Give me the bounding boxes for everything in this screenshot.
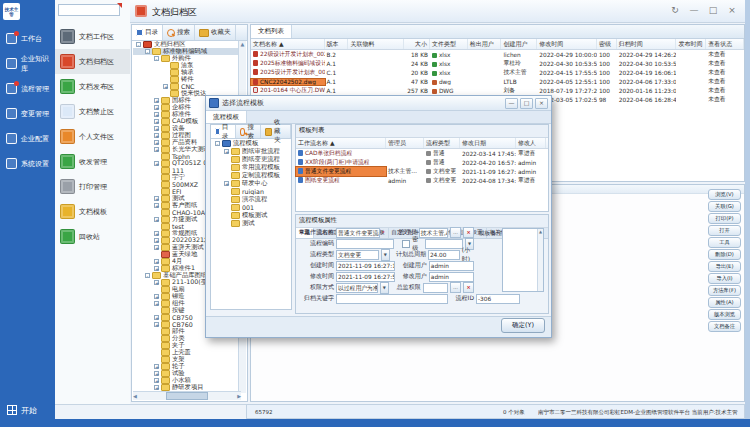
action-button-8[interactable]: 导入(I) bbox=[708, 273, 741, 284]
tree-node[interactable]: 夹子 bbox=[133, 342, 241, 349]
column-header-co[interactable]: 检出用户 bbox=[468, 39, 502, 49]
sidebar-item-5[interactable]: 企业配置 bbox=[0, 126, 55, 151]
flow-type-select[interactable]: 文档变更 bbox=[336, 250, 379, 260]
column-header-material[interactable]: 关联物料 bbox=[348, 39, 404, 49]
column-header-at[interactable]: 归档时间 bbox=[617, 39, 677, 49]
expand-icon[interactable]: + bbox=[154, 161, 159, 166]
column-header-pt[interactable]: 发布时间 bbox=[676, 39, 706, 49]
admin-field[interactable]: 技术主管,admin bbox=[419, 228, 448, 238]
tree-node[interactable]: 图纸变更流程 bbox=[212, 155, 290, 163]
close-icon[interactable]: × bbox=[727, 5, 737, 15]
maximize-icon[interactable]: □ bbox=[708, 5, 718, 15]
expand-icon[interactable]: + bbox=[154, 259, 159, 264]
flow-type-dropdown-icon[interactable]: ▼ bbox=[381, 249, 390, 261]
expand-icon[interactable]: + bbox=[154, 245, 159, 250]
collapse-icon[interactable]: - bbox=[215, 141, 220, 146]
expand-icon[interactable]: + bbox=[154, 133, 159, 138]
director-perm-clear-button[interactable]: × bbox=[463, 282, 474, 293]
sidebar-item-1[interactable]: 工作台 bbox=[0, 26, 55, 51]
modify-user-field[interactable]: admin bbox=[429, 272, 474, 282]
tree-node[interactable]: +轮子 bbox=[133, 363, 241, 370]
search-tab[interactable]: 搜索 bbox=[163, 25, 195, 40]
tree-node[interactable]: 模板测试 bbox=[212, 211, 290, 219]
tree-node[interactable]: 支架 bbox=[133, 356, 241, 363]
tree-node[interactable]: +试验 bbox=[133, 370, 241, 377]
expand-icon[interactable]: + bbox=[154, 238, 159, 243]
tab-process-template[interactable]: 流程模板 bbox=[206, 111, 247, 123]
sidebar-item-3[interactable]: 流程管理 bbox=[0, 76, 55, 101]
dialog-minimize-icon[interactable]: — bbox=[505, 98, 518, 109]
director-perm-browse-button[interactable]: … bbox=[450, 282, 461, 293]
flow-code-field[interactable] bbox=[336, 239, 394, 249]
expand-icon[interactable]: + bbox=[154, 147, 159, 152]
tree-node[interactable]: 定制流程模板 bbox=[212, 171, 290, 179]
expand-icon[interactable]: + bbox=[154, 266, 159, 271]
expand-icon[interactable]: + bbox=[163, 84, 168, 89]
table-row[interactable]: 201-0164 中心压刀.DWGA.1257 KBDWG刘备2018-07-1… bbox=[251, 86, 744, 95]
expand-icon[interactable]: + bbox=[154, 126, 159, 131]
nav-item-8[interactable]: 文档模板 bbox=[55, 199, 130, 224]
expand-icon[interactable]: + bbox=[154, 315, 159, 320]
nav-item-7[interactable]: 打印管理 bbox=[55, 174, 130, 199]
column-header-size[interactable]: 大小 bbox=[404, 39, 430, 49]
expand-icon[interactable]: + bbox=[154, 301, 159, 306]
action-button-5[interactable]: 工具 bbox=[708, 237, 741, 248]
tree-node[interactable]: 演示流程 bbox=[212, 195, 290, 203]
action-button-6[interactable]: 删除(D) bbox=[708, 249, 741, 260]
catalog-tab[interactable]: 目录 bbox=[132, 25, 163, 40]
ok-button[interactable]: 确定(Y) bbox=[501, 318, 545, 333]
action-button-4[interactable]: 打开 bbox=[708, 225, 741, 236]
expand-icon[interactable]: + bbox=[154, 322, 159, 327]
column-header-type[interactable]: 流程类型 bbox=[424, 138, 460, 148]
admin-browse-button[interactable]: … bbox=[450, 227, 461, 238]
expand-icon[interactable]: + bbox=[154, 112, 159, 117]
column-header-name[interactable]: 文档名称 ▲ bbox=[251, 39, 325, 49]
workflow-name-field[interactable]: 普通文件变更流程 bbox=[336, 228, 380, 238]
table-row[interactable]: 22级设计开发计划表_002.xlsxB.218 KBxlsxlichen202… bbox=[251, 50, 744, 59]
expand-icon[interactable]: + bbox=[224, 149, 229, 154]
action-button-2[interactable]: 关联(G) bbox=[708, 201, 741, 212]
table-row[interactable]: XX阶段(两门柜)申请流程普通2022-04-20 16:57:31admin bbox=[296, 158, 548, 167]
column-header-name[interactable]: 工作流名称 ▲ bbox=[296, 138, 386, 148]
start-button[interactable]: 开始 bbox=[0, 401, 62, 419]
modify-time-field[interactable]: 2021-11-09 16:27:57 bbox=[336, 272, 395, 282]
nav-search-input[interactable] bbox=[58, 4, 120, 16]
tree-node[interactable]: 测试 bbox=[212, 219, 290, 227]
action-button-7[interactable]: 导出(E) bbox=[708, 261, 741, 272]
perm-mode-dropdown-icon[interactable]: ▼ bbox=[380, 282, 389, 294]
dialog-maximize-icon[interactable]: □ bbox=[520, 98, 533, 109]
minimize-icon[interactable]: — bbox=[689, 5, 699, 15]
collapse-icon[interactable]: - bbox=[145, 273, 150, 278]
tab-document-list[interactable]: 文档列表 bbox=[251, 25, 292, 38]
collapse-icon[interactable]: - bbox=[154, 56, 159, 61]
table-row[interactable]: 2025设计开发计划表_000001...C.120 KBxlsx技术主管202… bbox=[251, 68, 744, 77]
sidebar-item-2[interactable]: 企业知识库 bbox=[0, 51, 55, 76]
expand-icon[interactable]: + bbox=[154, 231, 159, 236]
action-button-9[interactable]: 方法库(F) bbox=[708, 285, 741, 296]
expand-icon[interactable]: + bbox=[154, 196, 159, 201]
expand-icon[interactable]: + bbox=[224, 181, 229, 186]
tree-node[interactable]: 上壳盖 bbox=[133, 349, 241, 356]
nav-item-6[interactable]: 收发管理 bbox=[55, 149, 130, 174]
plan-period-field[interactable]: 24.00 bbox=[428, 250, 460, 260]
table-row[interactable]: CNC22042502.dwgA.147 KBdwgLTLB2022-04-05… bbox=[251, 77, 744, 86]
nav-item-4[interactable]: 文档禁止区 bbox=[55, 99, 130, 124]
favorites-tab[interactable]: 收藏夹 bbox=[195, 25, 236, 40]
dialog-titlebar[interactable]: 选择流程模板 —□× bbox=[206, 96, 551, 111]
action-button-10[interactable]: 属性(A) bbox=[708, 297, 741, 308]
action-button-1[interactable]: 浏览(V) bbox=[708, 189, 741, 200]
table-row[interactable]: 2025标准物料编码域设计开...A.124 KBxlsx覃桂玲2022-04-… bbox=[251, 59, 744, 68]
tree-horizontal-scrollbar[interactable]: ◀▶ bbox=[133, 391, 241, 400]
tree-node[interactable]: 铸件 bbox=[133, 76, 241, 83]
column-header-muser[interactable]: 修改人 bbox=[516, 138, 546, 148]
nav-item-9[interactable]: 回收站 bbox=[55, 224, 130, 249]
expand-icon[interactable]: + bbox=[154, 371, 159, 376]
tree-node[interactable]: -流程模板 bbox=[212, 139, 290, 147]
modal-search-tab[interactable]: 搜索 bbox=[236, 125, 262, 138]
modal-favorites-tab[interactable]: 收藏夹 bbox=[261, 125, 291, 138]
expand-icon[interactable]: + bbox=[154, 217, 159, 222]
expand-icon[interactable]: + bbox=[154, 105, 159, 110]
column-header-cr[interactable]: 创建用户 bbox=[501, 39, 537, 49]
expand-icon[interactable]: + bbox=[154, 119, 159, 124]
tree-node[interactable]: +图纸审批流程 bbox=[212, 147, 290, 155]
